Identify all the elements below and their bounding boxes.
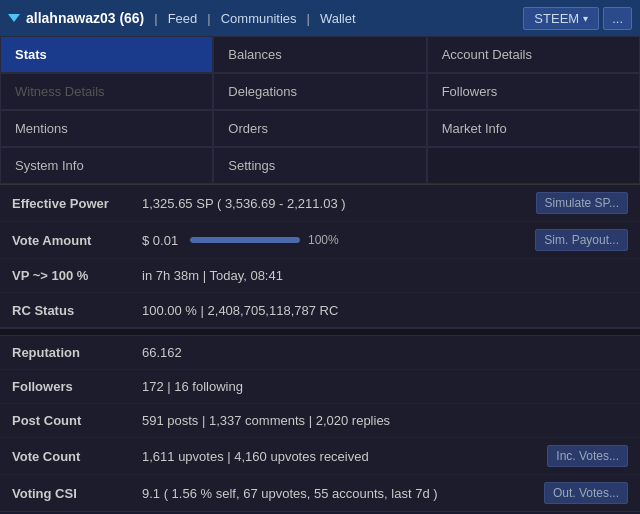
nav-feed[interactable]: Feed — [158, 11, 208, 26]
simulate-sp-button[interactable]: Simulate SP... — [536, 192, 628, 214]
effective-power-row: Effective Power 1,325.65 SP ( 3,536.69 -… — [0, 185, 640, 222]
nav-wallet[interactable]: Wallet — [310, 11, 366, 26]
menu-item-balances[interactable]: Balances — [213, 36, 426, 73]
steem-label: STEEM — [534, 11, 579, 26]
section-divider — [0, 328, 640, 336]
menu-item-orders[interactable]: Orders — [213, 110, 426, 147]
vote-bar-fill — [190, 237, 300, 243]
vote-amount-value: $ 0.01 — [142, 233, 182, 248]
menu-grid: Stats Balances Account Details Witness D… — [0, 36, 640, 185]
post-count-label: Post Count — [12, 413, 142, 428]
more-button[interactable]: ... — [603, 7, 632, 30]
voting-csi-row: Voting CSI 9.1 ( 1.56 % self, 67 upvotes… — [0, 475, 640, 511]
menu-item-delegations[interactable]: Delegations — [213, 73, 426, 110]
post-count-row: Post Count 591 posts | 1,337 comments | … — [0, 404, 640, 438]
steem-dropdown-button[interactable]: STEEM ▾ — [523, 7, 599, 30]
stats-section-1: Effective Power 1,325.65 SP ( 3,536.69 -… — [0, 185, 640, 328]
rc-status-row: RC Status 100.00 % | 2,408,705,118,787 R… — [0, 293, 640, 327]
vote-count-label: Vote Count — [12, 449, 142, 464]
menu-item-empty — [427, 147, 640, 184]
menu-item-market-info[interactable]: Market Info — [427, 110, 640, 147]
brand-triangle-icon — [8, 14, 20, 22]
reputation-value: 66.162 — [142, 345, 628, 360]
vote-bar[interactable] — [190, 237, 300, 243]
effective-power-value: 1,325.65 SP ( 3,536.69 - 2,211.03 ) — [142, 196, 536, 211]
stats-section-2: Reputation 66.162 Followers 172 | 16 fol… — [0, 336, 640, 512]
brand[interactable]: allahnawaz03 (66) — [8, 10, 144, 26]
vote-count-value: 1,611 upvotes | 4,160 upvotes received — [142, 449, 547, 464]
reputation-label: Reputation — [12, 345, 142, 360]
voting-csi-label: Voting CSI — [12, 486, 142, 501]
top-nav: allahnawaz03 (66) | Feed | Communities |… — [0, 0, 640, 36]
vote-amount-row: Vote Amount $ 0.01 100% Sim. Payout... — [0, 222, 640, 259]
stats-content: Effective Power 1,325.65 SP ( 3,536.69 -… — [0, 185, 640, 512]
voting-csi-value: 9.1 ( 1.56 % self, 67 upvotes, 55 accoun… — [142, 486, 544, 501]
brand-label: allahnawaz03 (66) — [26, 10, 144, 26]
out-votes-button[interactable]: Out. Votes... — [544, 482, 628, 504]
menu-item-settings[interactable]: Settings — [213, 147, 426, 184]
vote-bar-container: $ 0.01 100% — [142, 233, 535, 248]
menu-item-mentions[interactable]: Mentions — [0, 110, 213, 147]
nav-communities[interactable]: Communities — [211, 11, 307, 26]
vote-count-row: Vote Count 1,611 upvotes | 4,160 upvotes… — [0, 438, 640, 475]
vp-row: VP ~> 100 % in 7h 38m | Today, 08:41 — [0, 259, 640, 293]
inc-votes-action: Inc. Votes... — [547, 445, 628, 467]
vote-amount-label: Vote Amount — [12, 233, 142, 248]
menu-item-account-details[interactable]: Account Details — [427, 36, 640, 73]
menu-item-system-info[interactable]: System Info — [0, 147, 213, 184]
inc-votes-button[interactable]: Inc. Votes... — [547, 445, 628, 467]
chevron-down-icon: ▾ — [583, 13, 588, 24]
vp-label: VP ~> 100 % — [12, 268, 142, 283]
vp-value: in 7h 38m | Today, 08:41 — [142, 268, 628, 283]
followers-label: Followers — [12, 379, 142, 394]
followers-value: 172 | 16 following — [142, 379, 628, 394]
followers-row: Followers 172 | 16 following — [0, 370, 640, 404]
sim-payout-button[interactable]: Sim. Payout... — [535, 229, 628, 251]
menu-item-followers[interactable]: Followers — [427, 73, 640, 110]
rc-status-value: 100.00 % | 2,408,705,118,787 RC — [142, 303, 628, 318]
reputation-row: Reputation 66.162 — [0, 336, 640, 370]
effective-power-label: Effective Power — [12, 196, 142, 211]
simulate-sp-action: Simulate SP... — [536, 192, 628, 214]
rc-status-label: RC Status — [12, 303, 142, 318]
menu-item-witness-details: Witness Details — [0, 73, 213, 110]
vote-pct-label: 100% — [308, 233, 339, 247]
out-votes-action: Out. Votes... — [544, 482, 628, 504]
sim-payout-action: Sim. Payout... — [535, 229, 628, 251]
post-count-value: 591 posts | 1,337 comments | 2,020 repli… — [142, 413, 628, 428]
menu-item-stats[interactable]: Stats — [0, 36, 213, 73]
